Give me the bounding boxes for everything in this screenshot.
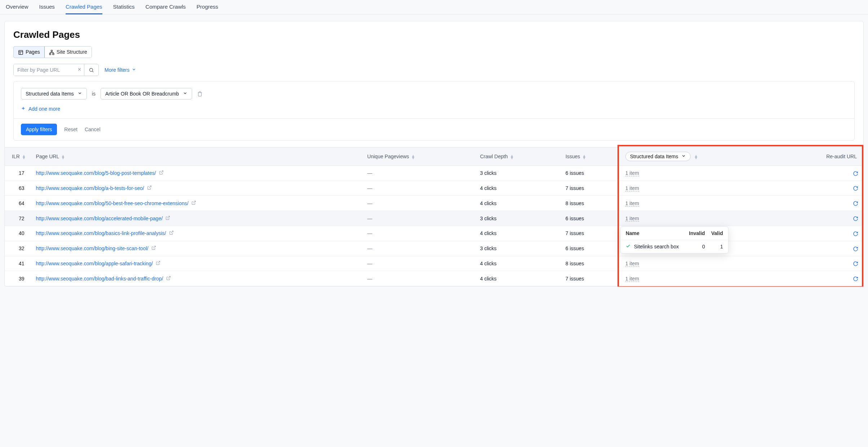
structured-data-link[interactable]: 1 item xyxy=(625,276,639,282)
structured-data-link[interactable]: 1 item xyxy=(625,185,639,191)
col-unique-pageviews[interactable]: Unique Pageviews ▲▼ xyxy=(362,147,475,165)
search-button[interactable] xyxy=(84,64,98,75)
page-url-link[interactable]: http://www.seoquake.com/blog/accelerated… xyxy=(36,216,163,221)
col-page-url[interactable]: Page URL ▲▼ xyxy=(31,147,362,165)
cell-url: http://www.seoquake.com/blog/apple-safar… xyxy=(31,256,362,271)
page-url-link[interactable]: http://www.seoquake.com/blog/basics-link… xyxy=(36,230,166,236)
col-crawl-depth[interactable]: Crawl Depth ▲▼ xyxy=(475,147,561,165)
page-url-link[interactable]: http://www.seoquake.com/blog/a-b-tests-f… xyxy=(36,185,144,191)
cell-reaudit xyxy=(781,226,863,241)
structured-data-link[interactable]: 1 item xyxy=(625,261,639,267)
cell-reaudit xyxy=(781,271,863,286)
cell-reaudit xyxy=(781,256,863,271)
cell-ilr: 39 xyxy=(5,271,31,286)
reaudit-button[interactable] xyxy=(853,261,858,266)
structured-data-pill[interactable]: Structured data Items xyxy=(625,152,691,161)
page-url-link[interactable]: http://www.seoquake.com/blog/apple-safar… xyxy=(36,261,153,266)
cancel-filters-button[interactable]: Cancel xyxy=(85,127,101,132)
sort-icon: ▲▼ xyxy=(22,155,26,159)
tab-overview[interactable]: Overview xyxy=(6,2,28,14)
col-reaudit: Re-audit URL xyxy=(781,147,863,165)
cell-structured-data: 1 item xyxy=(620,256,781,271)
cell-issues: 7 issues xyxy=(561,271,620,286)
popover-valid-header: Valid xyxy=(705,230,723,236)
table-row: 64http://www.seoquake.com/blog/50-best-f… xyxy=(5,196,863,211)
more-filters-toggle[interactable]: More filters xyxy=(105,67,136,73)
reaudit-button[interactable] xyxy=(853,170,858,176)
delete-filter-button[interactable] xyxy=(197,90,203,97)
sort-icon: ▲▼ xyxy=(694,155,698,159)
structured-data-link[interactable]: 1 item xyxy=(625,170,639,176)
svg-rect-2 xyxy=(49,53,51,55)
filter-field-select[interactable]: Structured data Items xyxy=(21,88,87,99)
cell-pageviews: — xyxy=(362,271,475,286)
reaudit-button[interactable] xyxy=(853,185,858,191)
external-link-icon[interactable] xyxy=(151,245,156,251)
tab-progress[interactable]: Progress xyxy=(196,2,218,14)
cell-crawl-depth: 4 clicks xyxy=(475,196,561,211)
cell-issues: 6 issues xyxy=(561,241,620,256)
table-row: 17http://www.seoquake.com/blog/5-blog-po… xyxy=(5,165,863,181)
page-url-link[interactable]: http://www.seoquake.com/blog/5-blog-post… xyxy=(36,170,156,176)
reset-filters-button[interactable]: Reset xyxy=(64,127,78,132)
cell-ilr: 63 xyxy=(5,181,31,196)
cell-url: http://www.seoquake.com/blog/basics-link… xyxy=(31,226,362,241)
popover-item-name: Sitelinks search box xyxy=(634,244,679,249)
svg-rect-1 xyxy=(51,50,52,52)
filter-value-select[interactable]: Article OR Book OR Breadcrumb xyxy=(101,88,192,99)
external-link-icon[interactable] xyxy=(147,185,152,191)
cell-crawl-depth: 3 clicks xyxy=(475,211,561,226)
external-link-icon[interactable] xyxy=(159,170,164,176)
external-link-icon[interactable] xyxy=(191,200,196,206)
structure-icon xyxy=(49,49,54,55)
tab-statistics[interactable]: Statistics xyxy=(113,2,135,14)
cell-reaudit xyxy=(781,241,863,256)
apply-filters-button[interactable]: Apply filters xyxy=(21,124,57,135)
filter-builder-panel: Structured data Items is Article OR Book… xyxy=(13,81,855,141)
cell-url: http://www.seoquake.com/blog/50-best-fre… xyxy=(31,196,362,211)
external-link-icon[interactable] xyxy=(156,261,160,266)
external-link-icon[interactable] xyxy=(165,216,170,221)
clear-icon[interactable] xyxy=(75,67,84,73)
cell-crawl-depth: 4 clicks xyxy=(475,226,561,241)
chevron-down-icon xyxy=(681,154,686,159)
external-link-icon[interactable] xyxy=(169,230,174,236)
reaudit-button[interactable] xyxy=(853,230,858,236)
cell-pageviews: — xyxy=(362,181,475,196)
col-structured-data[interactable]: Structured data Items ▲▼ xyxy=(620,147,781,165)
view-pages-button[interactable]: Pages xyxy=(13,46,45,58)
plus-icon xyxy=(21,106,26,112)
cell-ilr: 72 xyxy=(5,211,31,226)
cell-pageviews: — xyxy=(362,196,475,211)
page-url-link[interactable]: http://www.seoquake.com/blog/bing-site-s… xyxy=(36,245,149,251)
tab-compare-crawls[interactable]: Compare Crawls xyxy=(146,2,186,14)
check-icon xyxy=(626,244,630,249)
reaudit-button[interactable] xyxy=(853,200,858,206)
structured-data-popover: Name Invalid Valid Sitelinks search box … xyxy=(620,226,728,253)
page-url-link[interactable]: http://www.seoquake.com/blog/50-best-fre… xyxy=(36,200,189,206)
tab-crawled-pages[interactable]: Crawled Pages xyxy=(66,2,102,14)
reaudit-button[interactable] xyxy=(853,245,858,251)
filter-url-input[interactable] xyxy=(14,64,75,76)
cell-url: http://www.seoquake.com/blog/5-blog-post… xyxy=(31,165,362,181)
cell-reaudit xyxy=(781,181,863,196)
cell-pageviews: — xyxy=(362,241,475,256)
view-structure-button[interactable]: Site Structure xyxy=(44,47,92,58)
col-ilr[interactable]: ILR ▲▼ xyxy=(5,147,31,165)
table-row: 63http://www.seoquake.com/blog/a-b-tests… xyxy=(5,181,863,196)
structured-data-link[interactable]: 1 item xyxy=(625,216,639,222)
tab-issues[interactable]: Issues xyxy=(39,2,55,14)
view-pages-label: Pages xyxy=(26,49,40,55)
add-filter-button[interactable]: Add one more xyxy=(14,102,67,118)
reaudit-button[interactable] xyxy=(853,215,858,221)
structured-data-link[interactable]: 1 item xyxy=(625,200,639,207)
cell-crawl-depth: 3 clicks xyxy=(475,241,561,256)
reaudit-button[interactable] xyxy=(853,275,858,281)
main-panel: Crawled Pages Pages Site Structure xyxy=(4,21,864,287)
page-url-link[interactable]: http://www.seoquake.com/blog/bad-links-a… xyxy=(36,276,163,282)
cell-ilr: 32 xyxy=(5,241,31,256)
external-link-icon[interactable] xyxy=(166,276,171,282)
col-issues[interactable]: Issues ▲▼ xyxy=(561,147,620,165)
cell-ilr: 41 xyxy=(5,256,31,271)
cell-crawl-depth: 4 clicks xyxy=(475,271,561,286)
